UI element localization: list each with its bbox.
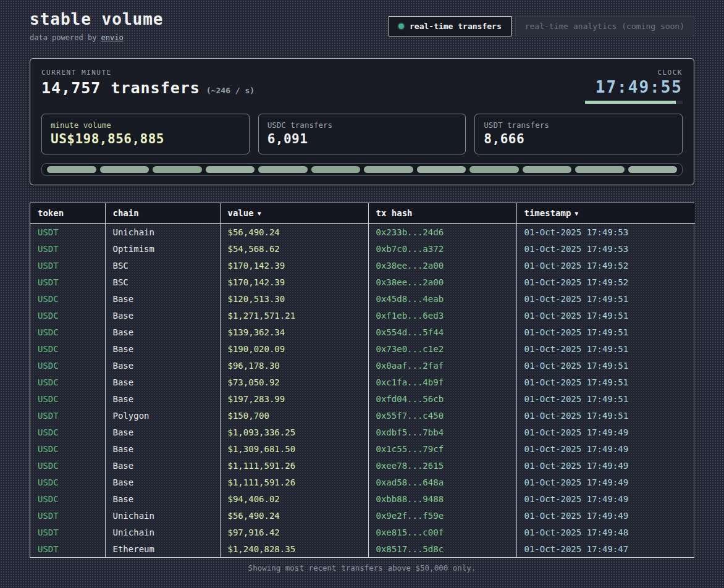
tx-hash-link[interactable]: 0x9e2f...f59e: [368, 507, 516, 524]
value-cell: $56,490.24: [220, 507, 368, 524]
card-value: US$198,856,885: [51, 132, 240, 146]
tx-hash-link[interactable]: 0x554d...5f44: [368, 324, 516, 340]
token-cell: USDC: [30, 490, 105, 507]
timestamp-cell: 01-Oct-2025 17:49:49: [516, 440, 695, 457]
token-cell: USDT: [30, 524, 105, 540]
chain-cell: Base: [105, 440, 220, 457]
card-value: 6,091: [267, 132, 457, 146]
value-cell: $120,513.30: [220, 290, 368, 307]
value-cell: $1,271,571.21: [220, 307, 368, 324]
chain-cell: Base: [105, 457, 220, 474]
activity-segment: [628, 166, 678, 173]
chain-cell: Base: [105, 374, 220, 390]
token-cell: USDT: [30, 224, 105, 241]
token-cell: USDT: [30, 257, 105, 274]
activity-segment: [153, 166, 202, 173]
tx-hash-link[interactable]: 0xee78...2615: [368, 457, 516, 474]
value-cell: $1,111,591.26: [220, 457, 368, 474]
activity-segment: [523, 166, 572, 173]
table-row: USDT Unichain $56,490.24 0x233b...24d6 0…: [30, 224, 695, 241]
transfers-table-body: USDT Unichain $56,490.24 0x233b...24d6 0…: [30, 224, 695, 558]
activity-segment: [364, 166, 413, 173]
transfers-table: tokenchainvalue▼tx hashtimestamp▼ USDT U…: [30, 203, 694, 558]
card-value: 8,666: [484, 132, 673, 146]
sort-desc-icon: ▼: [258, 210, 261, 217]
tx-hash-link[interactable]: 0x55f7...c450: [368, 407, 516, 424]
table-row: USDC Base $1,111,591.26 0xad58...648a 01…: [30, 474, 695, 490]
chain-cell: Base: [105, 290, 220, 307]
sort-desc-icon: ▼: [575, 210, 578, 217]
tx-hash-link[interactable]: 0xe815...c00f: [368, 524, 516, 540]
table-row: USDC Base $197,283.99 0xfd04...56cb 01-O…: [30, 390, 695, 407]
timestamp-cell: 01-Oct-2025 17:49:52: [516, 257, 695, 274]
app-title: stable volume: [30, 10, 164, 28]
timestamp-cell: 01-Oct-2025 17:49:51: [516, 307, 695, 324]
powered-by-text: data powered by: [30, 33, 101, 42]
chain-cell: BSC: [105, 257, 220, 274]
chain-cell: Base: [105, 307, 220, 324]
value-cell: $73,050.92: [220, 374, 368, 390]
value-cell: $190,020.09: [220, 340, 368, 357]
token-cell: USDT: [30, 507, 105, 524]
chain-cell: Polygon: [105, 407, 220, 424]
tx-hash-link[interactable]: 0xc1fa...4b9f: [368, 374, 516, 390]
timestamp-cell: 01-Oct-2025 17:49:51: [516, 374, 695, 390]
tx-hash-link[interactable]: 0x233b...24d6: [368, 224, 516, 241]
card-label: USDC transfers: [267, 120, 457, 130]
tx-hash-link[interactable]: 0xbb88...9488: [368, 490, 516, 507]
table-row: USDC Base $1,111,591.26 0xee78...2615 01…: [30, 457, 695, 474]
token-cell: USDC: [30, 290, 105, 307]
tx-hash-link[interactable]: 0x45d8...4eab: [368, 290, 516, 307]
timestamp-cell: 01-Oct-2025 17:49:49: [516, 424, 695, 440]
table-row: USDC Base $94,406.02 0xbb88...9488 01-Oc…: [30, 490, 695, 507]
envio-link[interactable]: envio: [101, 33, 124, 42]
timestamp-cell: 01-Oct-2025 17:49:52: [516, 274, 695, 290]
chain-cell: Base: [105, 340, 220, 357]
live-dot-icon: [398, 23, 404, 29]
table-row: USDT Unichain $97,916.42 0xe815...c00f 0…: [30, 524, 695, 540]
card-label: USDT transfers: [484, 120, 673, 130]
timestamp-cell: 01-Oct-2025 17:49:51: [516, 390, 695, 407]
chain-cell: Unichain: [105, 224, 220, 241]
table-row: USDC Base $73,050.92 0xc1fa...4b9f 01-Oc…: [30, 374, 695, 390]
powered-by: data powered by envio: [30, 33, 164, 42]
transfer-rate: (~246 / s): [206, 86, 255, 95]
token-cell: USDC: [30, 457, 105, 474]
tx-hash-link[interactable]: 0xb7c0...a372: [368, 240, 516, 257]
tx-hash-link[interactable]: 0x73e0...c1e2: [368, 340, 516, 357]
timestamp-cell: 01-Oct-2025 17:49:51: [516, 324, 695, 340]
chain-cell: Base: [105, 424, 220, 440]
activity-segment: [206, 166, 255, 173]
usdt-transfers-card: USDT transfers 8,666: [474, 114, 683, 154]
tx-hash-link[interactable]: 0x8517...5d8c: [368, 540, 516, 557]
tx-hash-link[interactable]: 0x0aaf...2faf: [368, 357, 516, 374]
token-cell: USDC: [30, 424, 105, 440]
minute-progress-bar: [585, 101, 683, 104]
tx-hash-link[interactable]: 0x38ee...2a00: [368, 257, 516, 274]
tx-hash-link[interactable]: 0xad58...648a: [368, 474, 516, 490]
table-row: USDC Base $190,020.09 0x73e0...c1e2 01-O…: [30, 340, 695, 357]
value-cell: $150,700: [220, 407, 368, 424]
table-row: USDT Unichain $56,490.24 0x9e2f...f59e 0…: [30, 507, 695, 524]
column-header-value[interactable]: value▼: [220, 203, 368, 224]
value-cell: $139,362.34: [220, 324, 368, 340]
table-header-row: tokenchainvalue▼tx hashtimestamp▼: [30, 203, 695, 224]
activity-segment: [417, 166, 466, 173]
activity-segment: [311, 166, 361, 173]
timestamp-cell: 01-Oct-2025 17:49:49: [516, 490, 695, 507]
tab-real-time-transfers[interactable]: real-time transfers: [389, 16, 511, 36]
token-cell: USDC: [30, 374, 105, 390]
value-cell: $1,240,828.35: [220, 540, 368, 557]
tx-hash-link[interactable]: 0xfd04...56cb: [368, 390, 516, 407]
branding: stable volume data powered by envio: [30, 10, 164, 42]
tx-hash-link[interactable]: 0xf1eb...6ed3: [368, 307, 516, 324]
tx-hash-link[interactable]: 0x1c55...79cf: [368, 440, 516, 457]
chain-cell: Base: [105, 357, 220, 374]
tx-hash-link[interactable]: 0x38ee...2a00: [368, 274, 516, 290]
view-tabs: real-time transfers real-time analytics …: [389, 16, 694, 36]
value-cell: $170,142.39: [220, 274, 368, 290]
column-header-timestamp[interactable]: timestamp▼: [516, 203, 695, 224]
timestamp-cell: 01-Oct-2025 17:49:47: [516, 540, 695, 557]
tx-hash-link[interactable]: 0xdbf5...7bb4: [368, 424, 516, 440]
stat-cards: minute volume US$198,856,885 USDC transf…: [41, 114, 683, 154]
